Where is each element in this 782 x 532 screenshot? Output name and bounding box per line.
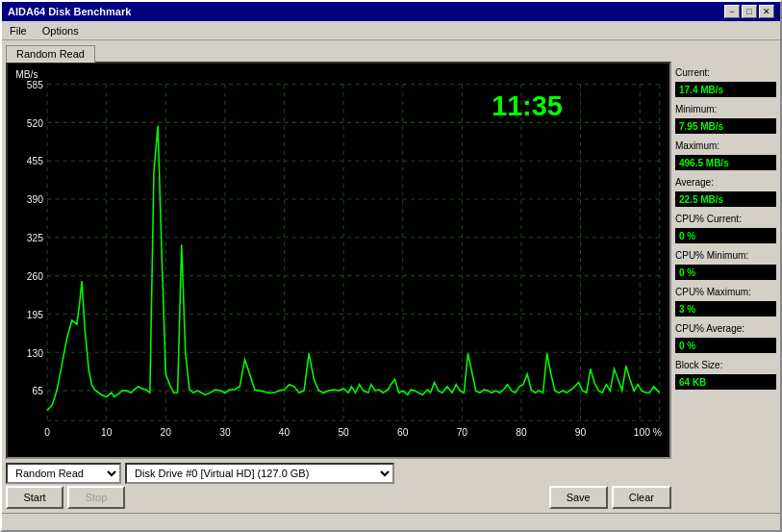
average-label: Average: — [675, 177, 776, 188]
svg-text:30: 30 — [219, 426, 231, 438]
cpu-current-value: 0 % — [675, 228, 776, 243]
svg-text:90: 90 — [575, 426, 587, 438]
svg-text:585: 585 — [27, 79, 43, 90]
minimum-label: Minimum: — [675, 104, 776, 114]
chart-svg: 585 520 455 390 325 260 195 130 65 MB/s … — [8, 63, 669, 457]
save-button[interactable]: Save — [549, 486, 608, 509]
maximize-button[interactable]: □ — [742, 5, 757, 18]
close-button[interactable]: ✕ — [759, 5, 774, 18]
cpu-average-value: 0 % — [675, 338, 776, 353]
left-action-buttons: Start Stop — [6, 486, 125, 509]
menu-bar: File Options — [2, 21, 780, 40]
current-label: Current: — [675, 67, 776, 78]
maximum-value: 496.5 MB/s — [675, 155, 776, 170]
current-value: 17.4 MB/s — [675, 82, 776, 97]
stop-button[interactable]: Stop — [67, 486, 125, 509]
svg-text:70: 70 — [457, 426, 468, 438]
svg-text:325: 325 — [27, 232, 43, 243]
svg-text:100 %: 100 % — [634, 426, 662, 438]
svg-text:455: 455 — [27, 155, 43, 166]
bottom-controls: Random Read Disk Drive #0 [Virtual HD] (… — [6, 459, 671, 486]
test-type-dropdown[interactable]: Random Read — [6, 463, 121, 484]
svg-text:20: 20 — [161, 426, 172, 438]
action-buttons: Start Stop Save Clear — [6, 486, 671, 509]
menu-options[interactable]: Options — [38, 24, 83, 38]
cpu-minimum-value: 0 % — [675, 265, 776, 280]
content-area: Random Read — [2, 40, 780, 513]
chart-container: 585 520 455 390 325 260 195 130 65 MB/s … — [6, 62, 671, 459]
tab-random-read[interactable]: Random Read — [6, 45, 95, 63]
average-value: 22.5 MB/s — [675, 191, 776, 207]
svg-text:0: 0 — [44, 426, 50, 438]
block-size-label: Block Size: — [675, 360, 776, 370]
status-bar — [2, 513, 780, 530]
svg-text:60: 60 — [397, 426, 409, 438]
cpu-average-label: CPU% Average: — [675, 323, 776, 334]
maximum-label: Maximum: — [675, 140, 776, 151]
menu-file[interactable]: File — [6, 24, 31, 38]
cpu-minimum-label: CPU% Minimum: — [675, 250, 776, 261]
tab-bar: Random Read — [6, 44, 671, 62]
svg-text:80: 80 — [516, 426, 527, 438]
svg-text:MB/s: MB/s — [15, 68, 38, 80]
window-title: AIDA64 Disk Benchmark — [8, 6, 131, 17]
svg-text:10: 10 — [101, 426, 113, 438]
clear-button[interactable]: Clear — [612, 486, 671, 509]
svg-text:40: 40 — [279, 426, 290, 438]
block-size-value: 64 KB — [675, 374, 776, 390]
svg-text:65: 65 — [33, 385, 44, 396]
svg-text:130: 130 — [27, 346, 43, 358]
svg-text:50: 50 — [338, 426, 349, 438]
svg-text:390: 390 — [27, 193, 43, 205]
minimum-value: 7.95 MB/s — [675, 118, 776, 134]
window-controls: − □ ✕ — [724, 5, 774, 18]
start-button[interactable]: Start — [6, 486, 63, 509]
svg-text:11:35: 11:35 — [492, 89, 563, 121]
svg-text:520: 520 — [27, 116, 43, 128]
svg-text:260: 260 — [27, 270, 43, 282]
cpu-maximum-value: 3 % — [675, 301, 776, 317]
svg-text:195: 195 — [27, 309, 43, 320]
disk-select-dropdown[interactable]: Disk Drive #0 [Virtual HD] (127.0 GB) — [125, 463, 394, 484]
cpu-current-label: CPU% Current: — [675, 214, 776, 224]
minimize-button[interactable]: − — [724, 5, 740, 18]
right-action-buttons: Save Clear — [549, 486, 671, 509]
left-panel: Random Read — [6, 44, 671, 509]
right-panel: Current: 17.4 MB/s Minimum: 7.95 MB/s Ma… — [675, 44, 776, 509]
title-bar: AIDA64 Disk Benchmark − □ ✕ — [2, 2, 780, 21]
cpu-maximum-label: CPU% Maximum: — [675, 287, 776, 297]
main-window: AIDA64 Disk Benchmark − □ ✕ File Options… — [0, 0, 782, 532]
